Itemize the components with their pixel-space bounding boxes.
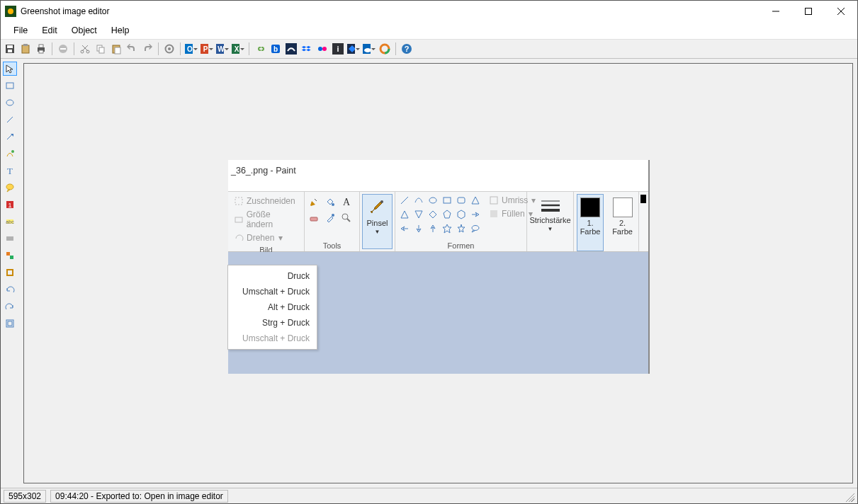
separator bbox=[249, 42, 249, 55]
settings-icon[interactable] bbox=[163, 42, 176, 55]
help-icon[interactable]: ? bbox=[400, 42, 413, 55]
color2-button[interactable]: 2. Farbe bbox=[609, 194, 636, 251]
svg-text:b: b bbox=[273, 45, 278, 53]
imgur-icon[interactable]: i bbox=[332, 42, 344, 55]
highlight-tool[interactable]: abc bbox=[3, 214, 17, 229]
jira-icon[interactable] bbox=[347, 42, 360, 55]
main-area: T 1 abc _36_.png - Paint Zuschneiden Grö… bbox=[1, 59, 857, 488]
resize-grip[interactable] bbox=[843, 491, 854, 502]
rotate2-tool[interactable] bbox=[3, 299, 17, 314]
svg-marker-83 bbox=[444, 210, 451, 218]
svg-marker-85 bbox=[443, 224, 451, 233]
svg-text:O: O bbox=[187, 45, 193, 53]
color1-button[interactable]: 1. Farbe bbox=[577, 194, 604, 251]
shortcut-item[interactable]: Umschalt + Druck bbox=[228, 284, 317, 299]
resize-button[interactable]: Größe ändern bbox=[231, 208, 301, 231]
svg-point-1 bbox=[8, 8, 13, 14]
speech-tool[interactable] bbox=[3, 181, 17, 195]
svg-marker-81 bbox=[415, 211, 422, 218]
rotate-tool[interactable] bbox=[3, 282, 17, 297]
zoom-icon[interactable] bbox=[340, 212, 353, 224]
resize-tool[interactable] bbox=[3, 316, 17, 331]
crop-tool[interactable] bbox=[3, 265, 17, 280]
dropbox-icon[interactable] bbox=[300, 42, 313, 55]
statusbar: 595x302 09:44:20 - Exported to: Open in … bbox=[1, 488, 857, 503]
canvas[interactable]: _36_.png - Paint Zuschneiden Größe änder… bbox=[23, 63, 853, 483]
redo-icon[interactable] bbox=[141, 42, 154, 55]
delete-icon[interactable] bbox=[57, 42, 69, 55]
menubar: File Edit Object Help bbox=[1, 22, 857, 39]
cut-icon[interactable] bbox=[79, 42, 91, 55]
separator bbox=[52, 42, 52, 55]
shortcut-item[interactable]: Strg + Druck bbox=[228, 315, 317, 331]
excel-icon[interactable]: X bbox=[232, 42, 244, 55]
eraser-icon[interactable] bbox=[307, 212, 320, 224]
outlook-icon[interactable]: O bbox=[185, 42, 198, 55]
powerpoint-icon[interactable]: P bbox=[201, 42, 213, 55]
menu-help[interactable]: Help bbox=[104, 23, 137, 38]
svg-point-72 bbox=[342, 214, 348, 219]
effects-tool[interactable] bbox=[3, 248, 17, 263]
save-icon[interactable] bbox=[4, 42, 16, 55]
word-icon[interactable]: W bbox=[216, 42, 229, 55]
svg-rect-78 bbox=[458, 197, 465, 203]
link-icon[interactable] bbox=[254, 42, 266, 55]
close-button[interactable] bbox=[825, 1, 857, 22]
svg-rect-48 bbox=[6, 83, 13, 88]
shortcut-item[interactable]: Alt + Druck bbox=[228, 299, 317, 315]
print-icon[interactable] bbox=[35, 42, 47, 55]
paste-icon[interactable] bbox=[110, 42, 123, 55]
svg-point-74 bbox=[380, 200, 383, 203]
copy-icon[interactable] bbox=[94, 42, 107, 55]
picker-icon[interactable] bbox=[324, 212, 337, 224]
svg-rect-13 bbox=[39, 50, 43, 53]
toolbox: T 1 abc bbox=[1, 59, 19, 488]
blur-tool[interactable] bbox=[3, 231, 17, 246]
text-icon[interactable]: A bbox=[340, 195, 353, 208]
cursor-tool[interactable] bbox=[3, 62, 17, 76]
freehand-tool[interactable] bbox=[3, 147, 17, 161]
app-logo-icon bbox=[5, 6, 16, 17]
undo-icon[interactable] bbox=[125, 42, 138, 55]
minimize-button[interactable] bbox=[760, 1, 792, 22]
svg-rect-70 bbox=[310, 217, 317, 221]
separator bbox=[180, 42, 181, 55]
menu-file[interactable]: File bbox=[6, 23, 35, 38]
ellipse-tool[interactable] bbox=[3, 96, 17, 110]
flickr-icon[interactable] bbox=[316, 42, 329, 55]
rect-tool[interactable] bbox=[3, 79, 17, 93]
shortcut-item[interactable]: Druck bbox=[228, 268, 317, 284]
shape-gallery[interactable] bbox=[398, 194, 482, 235]
fill-icon[interactable] bbox=[324, 195, 337, 208]
text-tool[interactable]: T bbox=[3, 164, 17, 178]
rotate-button[interactable]: Drehen▾ bbox=[231, 231, 286, 244]
shortcut-item[interactable]: Umschalt + Druck bbox=[228, 331, 317, 346]
brush-button[interactable]: Pinsel ▼ bbox=[362, 194, 393, 249]
box-icon[interactable]: b bbox=[269, 42, 282, 55]
svg-rect-21 bbox=[99, 47, 104, 53]
svg-rect-3 bbox=[806, 8, 812, 15]
arrow-tool[interactable] bbox=[3, 130, 17, 144]
status-message: 09:44:20 - Exported to: Open in image ed… bbox=[50, 490, 228, 503]
svg-point-76 bbox=[429, 197, 436, 203]
menu-object[interactable]: Object bbox=[64, 23, 104, 38]
svg-line-75 bbox=[401, 197, 408, 204]
titlebar: Greenshot image editor bbox=[1, 1, 857, 22]
svg-text:1: 1 bbox=[8, 202, 11, 209]
svg-text:P: P bbox=[203, 45, 208, 53]
cut-button[interactable]: Zuschneiden bbox=[231, 195, 298, 207]
svg-text:abc: abc bbox=[6, 219, 14, 224]
pencil-icon[interactable] bbox=[307, 195, 320, 208]
svg-rect-62 bbox=[10, 256, 13, 259]
picasa-icon[interactable] bbox=[378, 42, 391, 55]
counter-tool[interactable]: 1 bbox=[3, 197, 17, 212]
svg-point-54 bbox=[6, 184, 13, 190]
line-tool[interactable] bbox=[3, 113, 17, 127]
onedrive-icon[interactable] bbox=[363, 42, 376, 55]
svg-rect-8 bbox=[8, 50, 12, 52]
stroke-width-button[interactable]: Strichstärke ▼ bbox=[530, 194, 570, 251]
maximize-button[interactable] bbox=[792, 1, 825, 22]
menu-edit[interactable]: Edit bbox=[35, 23, 64, 38]
confluence-icon[interactable] bbox=[285, 42, 298, 55]
clipboard-icon[interactable] bbox=[19, 42, 32, 55]
